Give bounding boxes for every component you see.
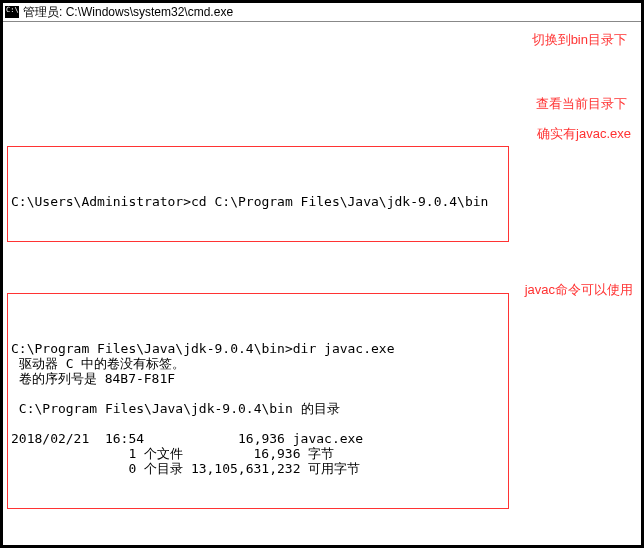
output-box-dir: C:\Program Files\Java\jdk-9.0.4\bin>dir … bbox=[7, 293, 509, 509]
annotation-javac-usable: javac命令可以使用 bbox=[525, 282, 633, 297]
annotation-check-dir: 查看当前目录下 bbox=[536, 96, 627, 111]
cmd-output-cd: C:\Users\Administrator>cd C:\Program Fil… bbox=[11, 179, 505, 209]
titlebar[interactable]: 管理员: C:\Windows\system32\cmd.exe bbox=[3, 3, 641, 22]
cmd-icon bbox=[5, 6, 19, 18]
terminal-viewport[interactable]: 切换到bin目录下 查看当前目录下 确实有javac.exe javac命令可以… bbox=[3, 22, 641, 545]
window-title: 管理员: C:\Windows\system32\cmd.exe bbox=[23, 4, 233, 21]
annotation-switch-dir: 切换到bin目录下 bbox=[532, 32, 627, 47]
window-frame: 管理员: C:\Windows\system32\cmd.exe 切换到bin目… bbox=[0, 0, 644, 548]
cmd-output-dir: C:\Program Files\Java\jdk-9.0.4\bin>dir … bbox=[11, 326, 505, 476]
output-box-cd: C:\Users\Administrator>cd C:\Program Fil… bbox=[7, 146, 509, 242]
annotation-confirm-javac: 确实有javac.exe bbox=[537, 126, 631, 141]
